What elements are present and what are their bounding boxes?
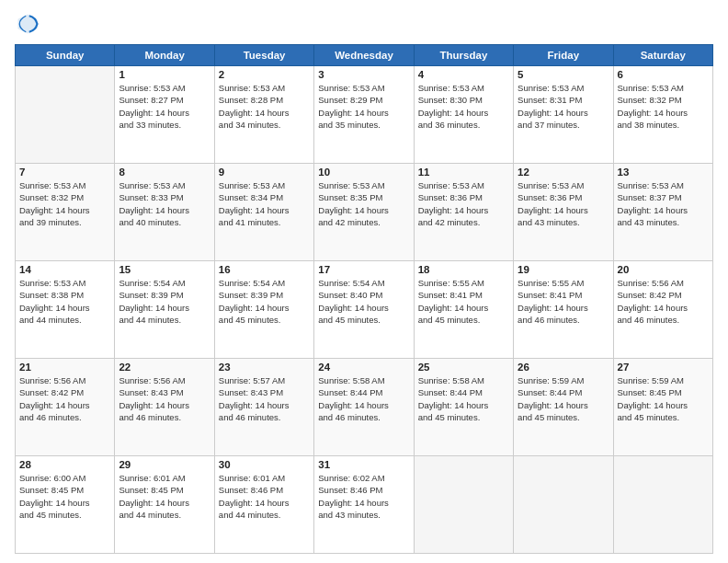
svg-marker-0 <box>18 15 38 34</box>
day-number: 22 <box>119 362 210 373</box>
calendar-row: 14Sunrise: 5:53 AM Sunset: 8:38 PM Dayli… <box>16 261 713 359</box>
table-row: 24Sunrise: 5:58 AM Sunset: 8:44 PM Dayli… <box>314 359 414 456</box>
table-row: 22Sunrise: 5:56 AM Sunset: 8:43 PM Dayli… <box>115 359 214 456</box>
table-row: 7Sunrise: 5:53 AM Sunset: 8:32 PM Daylig… <box>16 164 115 261</box>
day-info: Sunrise: 6:01 AM Sunset: 8:46 PM Dayligh… <box>219 472 310 521</box>
header-thursday: Thursday <box>414 45 513 66</box>
day-number: 16 <box>219 264 310 275</box>
header-monday: Monday <box>115 45 214 66</box>
day-info: Sunrise: 5:54 AM Sunset: 8:40 PM Dayligh… <box>318 277 409 326</box>
day-number: 2 <box>219 69 310 80</box>
day-info: Sunrise: 5:53 AM Sunset: 8:34 PM Dayligh… <box>219 179 310 228</box>
day-info: Sunrise: 5:53 AM Sunset: 8:27 PM Dayligh… <box>119 82 210 131</box>
day-info: Sunrise: 5:53 AM Sunset: 8:38 PM Dayligh… <box>19 277 110 326</box>
header-saturday: Saturday <box>613 45 712 66</box>
day-info: Sunrise: 5:54 AM Sunset: 8:39 PM Dayligh… <box>219 277 310 326</box>
day-number: 17 <box>318 264 409 275</box>
table-row: 21Sunrise: 5:56 AM Sunset: 8:42 PM Dayli… <box>16 359 115 456</box>
table-row <box>514 456 613 554</box>
weekday-header-row: Sunday Monday Tuesday Wednesday Thursday… <box>16 45 713 66</box>
table-row: 15Sunrise: 5:54 AM Sunset: 8:39 PM Dayli… <box>115 261 214 359</box>
table-row: 6Sunrise: 5:53 AM Sunset: 8:32 PM Daylig… <box>613 66 712 164</box>
calendar-row: 28Sunrise: 6:00 AM Sunset: 8:45 PM Dayli… <box>16 456 713 554</box>
logo-icon <box>15 11 40 37</box>
day-info: Sunrise: 5:56 AM Sunset: 8:42 PM Dayligh… <box>618 277 709 326</box>
calendar-row: 21Sunrise: 5:56 AM Sunset: 8:42 PM Dayli… <box>16 359 713 456</box>
day-number: 28 <box>19 459 110 470</box>
day-info: Sunrise: 5:59 AM Sunset: 8:45 PM Dayligh… <box>618 374 709 423</box>
day-info: Sunrise: 5:53 AM Sunset: 8:32 PM Dayligh… <box>19 179 110 228</box>
day-number: 5 <box>518 69 609 80</box>
day-info: Sunrise: 5:58 AM Sunset: 8:44 PM Dayligh… <box>318 374 409 423</box>
day-info: Sunrise: 5:55 AM Sunset: 8:41 PM Dayligh… <box>418 277 509 326</box>
day-info: Sunrise: 6:01 AM Sunset: 8:45 PM Dayligh… <box>119 472 210 521</box>
table-row: 17Sunrise: 5:54 AM Sunset: 8:40 PM Dayli… <box>314 261 414 359</box>
table-row: 26Sunrise: 5:59 AM Sunset: 8:44 PM Dayli… <box>514 359 613 456</box>
table-row: 13Sunrise: 5:53 AM Sunset: 8:37 PM Dayli… <box>613 164 712 261</box>
day-info: Sunrise: 5:56 AM Sunset: 8:43 PM Dayligh… <box>119 374 210 423</box>
day-info: Sunrise: 5:58 AM Sunset: 8:44 PM Dayligh… <box>418 374 509 423</box>
day-number: 13 <box>618 167 709 178</box>
day-number: 26 <box>518 362 609 373</box>
day-info: Sunrise: 5:53 AM Sunset: 8:30 PM Dayligh… <box>418 82 509 131</box>
day-number: 8 <box>119 167 210 178</box>
table-row: 16Sunrise: 5:54 AM Sunset: 8:39 PM Dayli… <box>214 261 313 359</box>
day-number: 31 <box>318 459 409 470</box>
calendar-table: Sunday Monday Tuesday Wednesday Thursday… <box>15 44 713 554</box>
day-number: 19 <box>518 264 609 275</box>
day-number: 21 <box>19 362 110 373</box>
header-sunday: Sunday <box>16 45 115 66</box>
table-row: 3Sunrise: 5:53 AM Sunset: 8:29 PM Daylig… <box>314 66 414 164</box>
day-number: 14 <box>19 264 110 275</box>
day-info: Sunrise: 5:53 AM Sunset: 8:36 PM Dayligh… <box>418 179 509 228</box>
table-row: 30Sunrise: 6:01 AM Sunset: 8:46 PM Dayli… <box>214 456 313 554</box>
day-number: 30 <box>219 459 310 470</box>
day-info: Sunrise: 5:53 AM Sunset: 8:31 PM Dayligh… <box>518 82 609 131</box>
day-info: Sunrise: 5:53 AM Sunset: 8:29 PM Dayligh… <box>318 82 409 131</box>
day-info: Sunrise: 5:53 AM Sunset: 8:28 PM Dayligh… <box>219 82 310 131</box>
day-number: 23 <box>219 362 310 373</box>
table-row: 23Sunrise: 5:57 AM Sunset: 8:43 PM Dayli… <box>214 359 313 456</box>
day-number: 20 <box>618 264 709 275</box>
day-number: 11 <box>418 167 509 178</box>
calendar-row: 1Sunrise: 5:53 AM Sunset: 8:27 PM Daylig… <box>16 66 713 164</box>
table-row: 18Sunrise: 5:55 AM Sunset: 8:41 PM Dayli… <box>414 261 513 359</box>
day-info: Sunrise: 6:02 AM Sunset: 8:46 PM Dayligh… <box>318 472 409 521</box>
table-row: 11Sunrise: 5:53 AM Sunset: 8:36 PM Dayli… <box>414 164 513 261</box>
day-number: 4 <box>418 69 509 80</box>
day-info: Sunrise: 5:53 AM Sunset: 8:32 PM Dayligh… <box>618 82 709 131</box>
header-wednesday: Wednesday <box>314 45 414 66</box>
table-row: 2Sunrise: 5:53 AM Sunset: 8:28 PM Daylig… <box>214 66 313 164</box>
day-number: 7 <box>19 167 110 178</box>
table-row: 10Sunrise: 5:53 AM Sunset: 8:35 PM Dayli… <box>314 164 414 261</box>
day-number: 3 <box>318 69 409 80</box>
table-row: 19Sunrise: 5:55 AM Sunset: 8:41 PM Dayli… <box>514 261 613 359</box>
day-info: Sunrise: 5:59 AM Sunset: 8:44 PM Dayligh… <box>518 374 609 423</box>
day-info: Sunrise: 5:53 AM Sunset: 8:37 PM Dayligh… <box>618 179 709 228</box>
table-row <box>16 66 115 164</box>
day-info: Sunrise: 6:00 AM Sunset: 8:45 PM Dayligh… <box>19 472 110 521</box>
day-number: 10 <box>318 167 409 178</box>
day-number: 29 <box>119 459 210 470</box>
table-row: 27Sunrise: 5:59 AM Sunset: 8:45 PM Dayli… <box>613 359 712 456</box>
table-row: 31Sunrise: 6:02 AM Sunset: 8:46 PM Dayli… <box>314 456 414 554</box>
day-number: 18 <box>418 264 509 275</box>
day-info: Sunrise: 5:53 AM Sunset: 8:33 PM Dayligh… <box>119 179 210 228</box>
day-number: 15 <box>119 264 210 275</box>
day-number: 25 <box>418 362 509 373</box>
day-number: 1 <box>119 69 210 80</box>
day-info: Sunrise: 5:57 AM Sunset: 8:43 PM Dayligh… <box>219 374 310 423</box>
calendar-row: 7Sunrise: 5:53 AM Sunset: 8:32 PM Daylig… <box>16 164 713 261</box>
table-row: 1Sunrise: 5:53 AM Sunset: 8:27 PM Daylig… <box>115 66 214 164</box>
day-info: Sunrise: 5:53 AM Sunset: 8:36 PM Dayligh… <box>518 179 609 228</box>
day-number: 12 <box>518 167 609 178</box>
day-number: 27 <box>618 362 709 373</box>
table-row: 12Sunrise: 5:53 AM Sunset: 8:36 PM Dayli… <box>514 164 613 261</box>
page: Sunday Monday Tuesday Wednesday Thursday… <box>0 0 728 563</box>
day-number: 6 <box>618 69 709 80</box>
table-row: 4Sunrise: 5:53 AM Sunset: 8:30 PM Daylig… <box>414 66 513 164</box>
logo <box>15 11 44 37</box>
table-row: 29Sunrise: 6:01 AM Sunset: 8:45 PM Dayli… <box>115 456 214 554</box>
header <box>15 11 713 37</box>
day-info: Sunrise: 5:56 AM Sunset: 8:42 PM Dayligh… <box>19 374 110 423</box>
